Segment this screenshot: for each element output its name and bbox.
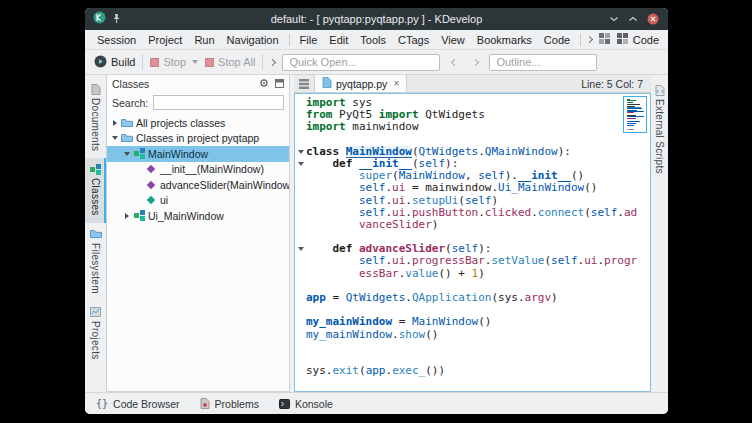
forward-button[interactable] xyxy=(468,60,482,65)
expander-icon[interactable] xyxy=(122,152,132,156)
sidebar-tab-filesystem[interactable]: Filesystem xyxy=(85,223,106,301)
editor-tab-pyqtapp[interactable]: pyqtapp.py × xyxy=(314,75,407,92)
stop-icon xyxy=(150,58,159,67)
code-token: . xyxy=(478,207,485,219)
tree-item-mainwindow[interactable]: MainWindow xyxy=(107,146,289,162)
menu-item-code[interactable]: Code xyxy=(538,32,576,48)
editor-tab-label: pyqtapp.py xyxy=(336,78,387,90)
code-line[interactable]: app = QtWidgets.QApplication(sys.argv) xyxy=(295,292,650,304)
menu-item-ctags[interactable]: CTags xyxy=(392,32,435,48)
split-view-grid-icon[interactable] xyxy=(599,33,610,46)
tree-item-ui-mainwindow[interactable]: Ui_MainWindow xyxy=(107,208,289,224)
menu-overflow-icon[interactable] xyxy=(586,36,593,43)
code-line[interactable]: import mainwindow xyxy=(295,121,650,133)
code-line[interactable]: self.ui.setupUi(self) xyxy=(295,195,650,207)
sidebar-tab-classes[interactable]: Classes xyxy=(85,158,106,223)
folder-icon xyxy=(120,118,134,128)
classes-panel-header: Classes xyxy=(107,75,289,93)
panel-settings-icon[interactable] xyxy=(259,78,269,90)
expander-icon[interactable] xyxy=(110,136,120,140)
document-switcher-icon[interactable] xyxy=(294,75,314,92)
quick-open-input[interactable] xyxy=(282,54,440,71)
sidebar-tab-documents[interactable]: Documents xyxy=(85,78,106,158)
doc-icon xyxy=(91,83,101,95)
fold-margin xyxy=(295,182,306,194)
expander-icon[interactable] xyxy=(110,120,120,126)
tree-item-label: ui xyxy=(160,194,168,206)
fold-margin xyxy=(295,109,306,121)
code-line[interactable]: self.ui = mainwindow.Ui_MainWindow() xyxy=(295,182,650,194)
tree-item-all-projects-classes[interactable]: All projects classes xyxy=(107,115,289,131)
toolbar-extension-icon[interactable] xyxy=(269,58,276,65)
statusbar-problems[interactable]: Problems xyxy=(200,398,259,410)
menu-item-edit[interactable]: Edit xyxy=(323,32,354,48)
fold-arrow-icon[interactable] xyxy=(298,150,304,154)
toolview-tab-external-scripts[interactable]: External Scripts xyxy=(654,80,665,178)
menu-item-file[interactable]: File xyxy=(294,32,324,48)
fold-margin xyxy=(295,329,306,341)
code-line[interactable] xyxy=(295,134,650,146)
code-line[interactable]: my_mainWindow = MainWindow() xyxy=(295,316,650,328)
stop-dropdown-arrow-icon[interactable] xyxy=(192,60,198,64)
code-editor[interactable]: import sysfrom PyQt5 import QtWidgetsimp… xyxy=(294,93,651,392)
menu-item-session[interactable]: Session xyxy=(91,32,142,48)
panel-dock-icon[interactable] xyxy=(275,78,284,90)
code-token: . xyxy=(478,146,485,158)
braces-icon: {} xyxy=(96,398,108,409)
code-area[interactable]: import sysfrom PyQt5 import QtWidgetsimp… xyxy=(295,94,650,391)
code-token: () xyxy=(425,329,438,341)
code-line[interactable]: my_mainWindow.show() xyxy=(295,329,650,341)
tree-item-ui[interactable]: ui xyxy=(107,193,289,209)
statusbar-konsole[interactable]: Konsole xyxy=(279,398,333,410)
code-line[interactable]: vanceSlider) xyxy=(295,219,650,231)
code-line[interactable]: sys.exit(app.exec_()) xyxy=(295,365,650,377)
method-icon xyxy=(144,166,158,172)
statusbar-code-browser[interactable]: {}Code Browser xyxy=(96,398,180,410)
sidebar-tab-projects[interactable]: Projects xyxy=(85,301,106,367)
maximize-button[interactable] xyxy=(628,15,638,23)
menu-item-tools[interactable]: Tools xyxy=(354,32,392,48)
tree-item-init-mainwindow[interactable]: __init__(MainWindow) xyxy=(107,162,289,178)
code-token: ()) xyxy=(425,365,445,377)
menu-item-run[interactable]: Run xyxy=(188,32,220,48)
code-token: exit xyxy=(333,365,360,377)
code-line[interactable]: essBar.value() + 1) xyxy=(295,268,650,280)
stop-all-button[interactable]: Stop All xyxy=(205,56,255,68)
outline-input[interactable] xyxy=(489,54,597,71)
menu-item-navigation[interactable]: Navigation xyxy=(221,32,285,48)
fold-arrow-icon[interactable] xyxy=(298,162,304,166)
tree-item-label: advanceSlider(MainWindow) xyxy=(160,179,289,191)
minimize-button[interactable] xyxy=(609,15,619,23)
area-switcher[interactable]: Code xyxy=(617,33,662,46)
fold-margin xyxy=(295,280,306,292)
code-token: QMainWindow xyxy=(485,146,558,158)
menu-item-view[interactable]: View xyxy=(435,32,471,48)
back-button[interactable] xyxy=(447,60,461,65)
code-line[interactable]: self.ui.progressBar.setValue(self.ui.pro… xyxy=(295,255,650,267)
menu-item-bookmarks[interactable]: Bookmarks xyxy=(471,32,538,48)
folder-icon xyxy=(120,133,134,143)
menu-separator xyxy=(580,34,581,46)
tree-item-advanceslider-mainwindow[interactable]: advanceSlider(MainWindow) xyxy=(107,177,289,193)
code-line[interactable] xyxy=(295,341,650,353)
build-label: Build xyxy=(111,56,135,68)
fold-margin xyxy=(295,304,306,316)
code-token: QtWidgets xyxy=(346,292,406,304)
code-token: vanceSlider xyxy=(359,219,432,231)
titlebar[interactable]: default: - [ pyqtapp:pyqtapp.py ] - KDev… xyxy=(85,8,668,30)
code-token: 1 xyxy=(472,268,479,280)
menu-item-project[interactable]: Project xyxy=(142,32,188,48)
search-label: Search: xyxy=(112,97,148,109)
build-button[interactable]: Build xyxy=(94,55,135,70)
pin-icon[interactable] xyxy=(112,10,121,28)
scrollbar-minimap[interactable] xyxy=(623,96,647,133)
tab-close-icon[interactable]: × xyxy=(393,78,399,89)
stop-button[interactable]: Stop xyxy=(150,56,198,68)
tree-item-classes-in-project-pyqtapp[interactable]: Classes in project pyqtapp xyxy=(107,131,289,147)
kdevelop-app-icon[interactable] xyxy=(93,10,106,28)
code-token: Ui_MainWindow xyxy=(498,182,584,194)
classes-search-input[interactable] xyxy=(153,95,284,110)
close-button[interactable] xyxy=(647,13,659,25)
fold-arrow-icon[interactable] xyxy=(298,247,304,251)
expander-icon[interactable] xyxy=(122,213,132,219)
